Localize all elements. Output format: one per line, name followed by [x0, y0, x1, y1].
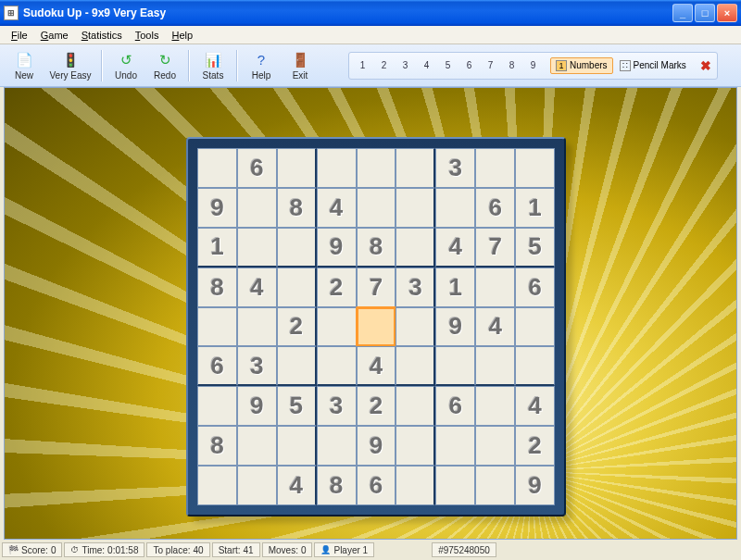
- cell-1-4[interactable]: [357, 188, 396, 228]
- cell-3-2[interactable]: [277, 268, 317, 307]
- cell-7-6[interactable]: [435, 426, 475, 466]
- menu-help[interactable]: Help: [166, 28, 198, 43]
- cell-0-5[interactable]: [396, 148, 435, 188]
- cell-2-5[interactable]: [396, 228, 435, 268]
- number-button-3[interactable]: 3: [397, 57, 413, 73]
- cell-6-5[interactable]: [396, 386, 435, 426]
- cell-0-8[interactable]: [515, 148, 555, 188]
- cell-6-8[interactable]: 4: [515, 386, 555, 426]
- clear-button[interactable]: ✖: [700, 58, 711, 73]
- cell-7-8[interactable]: 2: [515, 426, 555, 466]
- cell-6-6[interactable]: 6: [435, 386, 475, 426]
- cell-3-0[interactable]: 8: [197, 268, 237, 307]
- cell-3-7[interactable]: [475, 268, 515, 307]
- cell-0-7[interactable]: [475, 148, 515, 188]
- cell-4-3[interactable]: [317, 307, 357, 347]
- cell-2-0[interactable]: 1: [197, 228, 237, 268]
- menu-statistics[interactable]: Statistics: [76, 28, 128, 43]
- redo-button[interactable]: ↻ Redo: [146, 47, 183, 84]
- cell-2-8[interactable]: 5: [515, 228, 555, 268]
- cell-0-0[interactable]: [197, 148, 237, 188]
- undo-button[interactable]: ↺ Undo: [107, 47, 144, 84]
- new-button[interactable]: 📄 New: [6, 47, 43, 84]
- cell-8-7[interactable]: [475, 466, 515, 505]
- number-button-1[interactable]: 1: [355, 57, 370, 73]
- cell-3-1[interactable]: 4: [237, 268, 277, 307]
- cell-3-4[interactable]: 7: [357, 268, 396, 307]
- cell-5-8[interactable]: [515, 346, 555, 386]
- menu-tools[interactable]: Tools: [130, 28, 165, 43]
- cell-5-6[interactable]: [435, 346, 475, 386]
- number-button-2[interactable]: 2: [376, 57, 392, 73]
- cell-8-3[interactable]: 8: [317, 466, 357, 505]
- cell-1-5[interactable]: [396, 188, 435, 228]
- numbers-mode-button[interactable]: 1 Numbers: [550, 57, 613, 74]
- cell-6-0[interactable]: [197, 386, 237, 426]
- cell-1-7[interactable]: 6: [475, 188, 515, 228]
- number-button-5[interactable]: 5: [440, 57, 456, 73]
- cell-3-8[interactable]: 6: [515, 268, 555, 307]
- cell-7-5[interactable]: [396, 426, 435, 466]
- maximize-button[interactable]: □: [695, 4, 715, 22]
- cell-1-0[interactable]: 9: [197, 188, 237, 228]
- cell-3-5[interactable]: 3: [396, 268, 435, 307]
- menu-file[interactable]: File: [6, 28, 33, 43]
- cell-4-2[interactable]: 2: [277, 307, 317, 347]
- cell-0-4[interactable]: [357, 148, 396, 188]
- close-button[interactable]: ×: [717, 4, 737, 22]
- difficulty-button[interactable]: 🚦 Very Easy: [44, 47, 96, 84]
- cell-3-6[interactable]: 1: [435, 268, 475, 307]
- cell-8-8[interactable]: 9: [515, 466, 555, 505]
- cell-8-6[interactable]: [435, 466, 475, 505]
- cell-4-0[interactable]: [197, 307, 237, 347]
- number-button-7[interactable]: 7: [483, 57, 498, 73]
- stats-button[interactable]: 📊 Stats: [195, 47, 232, 84]
- cell-1-6[interactable]: [435, 188, 475, 228]
- help-button[interactable]: ? Help: [243, 47, 280, 84]
- cell-5-7[interactable]: [475, 346, 515, 386]
- minimize-button[interactable]: _: [672, 4, 693, 22]
- cell-2-1[interactable]: [237, 228, 277, 268]
- cell-8-2[interactable]: 4: [277, 466, 317, 505]
- number-button-4[interactable]: 4: [419, 57, 434, 73]
- cell-1-8[interactable]: 1: [515, 188, 555, 228]
- cell-0-2[interactable]: [277, 148, 317, 188]
- cell-2-4[interactable]: 8: [357, 228, 396, 268]
- cell-5-3[interactable]: [317, 346, 357, 386]
- cell-0-1[interactable]: 6: [237, 148, 277, 188]
- cell-6-3[interactable]: 3: [317, 386, 357, 426]
- menu-game[interactable]: Game: [35, 28, 74, 43]
- cell-8-4[interactable]: 6: [357, 466, 396, 505]
- number-button-9[interactable]: 9: [525, 57, 541, 73]
- cell-7-7[interactable]: [475, 426, 515, 466]
- cell-1-1[interactable]: [237, 188, 277, 228]
- cell-5-5[interactable]: [396, 346, 435, 386]
- cell-7-1[interactable]: [237, 426, 277, 466]
- cell-8-1[interactable]: [237, 466, 277, 505]
- cell-6-4[interactable]: 2: [357, 386, 396, 426]
- cell-6-7[interactable]: [475, 386, 515, 426]
- cell-4-1[interactable]: [237, 307, 277, 347]
- cell-6-2[interactable]: 5: [277, 386, 317, 426]
- cell-4-7[interactable]: 4: [475, 307, 515, 347]
- exit-button[interactable]: 🚪 Exit: [282, 47, 319, 84]
- cell-1-2[interactable]: 8: [277, 188, 317, 228]
- cell-8-5[interactable]: [396, 466, 435, 505]
- cell-2-6[interactable]: 4: [435, 228, 475, 268]
- cell-7-3[interactable]: [317, 426, 357, 466]
- cell-0-3[interactable]: [317, 148, 357, 188]
- cell-8-0[interactable]: [197, 466, 237, 505]
- cell-2-2[interactable]: [277, 228, 317, 268]
- cell-7-4[interactable]: 9: [357, 426, 396, 466]
- cell-7-2[interactable]: [277, 426, 317, 466]
- cell-7-0[interactable]: 8: [197, 426, 237, 466]
- cell-5-0[interactable]: 6: [197, 346, 237, 386]
- cell-3-3[interactable]: 2: [317, 268, 357, 307]
- cell-0-6[interactable]: 3: [435, 148, 475, 188]
- cell-4-6[interactable]: 9: [435, 307, 475, 347]
- number-button-8[interactable]: 8: [504, 57, 520, 73]
- cell-5-1[interactable]: 3: [237, 346, 277, 386]
- number-button-6[interactable]: 6: [461, 57, 477, 73]
- cell-5-2[interactable]: [277, 346, 317, 386]
- pencil-mode-button[interactable]: ∷ Pencil Marks: [615, 57, 691, 74]
